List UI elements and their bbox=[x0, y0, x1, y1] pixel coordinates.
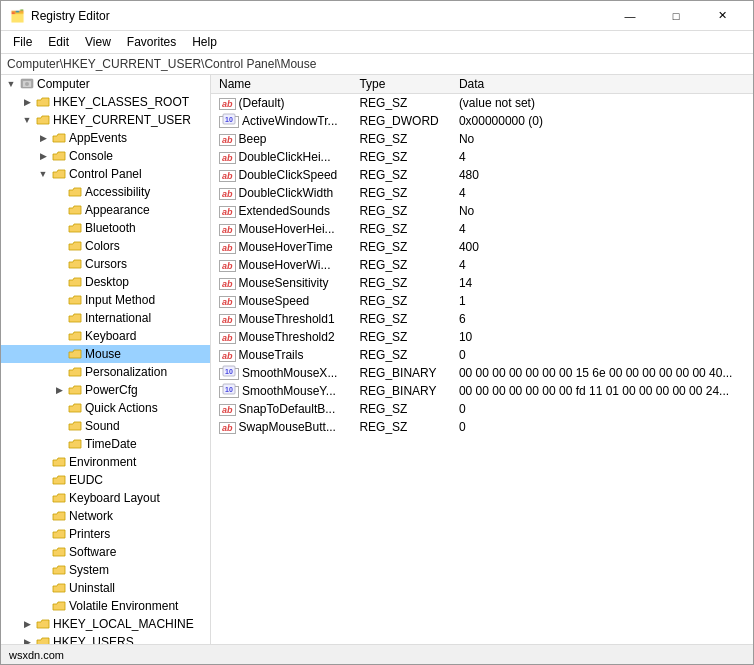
tree-item[interactable]: System bbox=[1, 561, 210, 579]
table-row[interactable]: abMouseHoverWi...REG_SZ4 bbox=[211, 256, 753, 274]
table-row[interactable]: abDoubleClickWidthREG_SZ4 bbox=[211, 184, 753, 202]
cell-type: REG_SZ bbox=[351, 328, 450, 346]
table-row[interactable]: abDoubleClickHei...REG_SZ4 bbox=[211, 148, 753, 166]
tree-toggle[interactable]: ▶ bbox=[51, 385, 67, 395]
table-row[interactable]: abMouseThreshold1REG_SZ6 bbox=[211, 310, 753, 328]
table-row[interactable]: abMouseSensitivityREG_SZ14 bbox=[211, 274, 753, 292]
tree-item[interactable]: ▶Console bbox=[1, 147, 210, 165]
tree-toggle[interactable]: ▶ bbox=[19, 637, 35, 644]
folder-icon bbox=[67, 276, 83, 288]
cell-name: abMouseThreshold1 bbox=[211, 310, 351, 328]
folder-icon bbox=[51, 546, 67, 558]
table-row[interactable]: abMouseTrailsREG_SZ0 bbox=[211, 346, 753, 364]
table-row[interactable]: abMouseHoverTimeREG_SZ400 bbox=[211, 238, 753, 256]
tree-toggle[interactable]: ▶ bbox=[35, 151, 51, 161]
table-row[interactable]: abDoubleClickSpeedREG_SZ480 bbox=[211, 166, 753, 184]
cell-type: REG_SZ bbox=[351, 166, 450, 184]
cell-data: 400 bbox=[451, 238, 753, 256]
table-row[interactable]: 10SmoothMouseY...REG_BINARY00 00 00 00 0… bbox=[211, 382, 753, 400]
tree-item[interactable]: Bluetooth bbox=[1, 219, 210, 237]
cell-data: 4 bbox=[451, 148, 753, 166]
tree-node-label: Appearance bbox=[85, 203, 150, 217]
tree-node-label: Keyboard Layout bbox=[69, 491, 160, 505]
tree-item[interactable]: EUDC bbox=[1, 471, 210, 489]
tree-item[interactable]: TimeDate bbox=[1, 435, 210, 453]
tree-item[interactable]: Keyboard bbox=[1, 327, 210, 345]
tree-item[interactable]: Uninstall bbox=[1, 579, 210, 597]
menu-item-file[interactable]: File bbox=[5, 33, 40, 51]
table-row[interactable]: abBeepREG_SZNo bbox=[211, 130, 753, 148]
menu-item-view[interactable]: View bbox=[77, 33, 119, 51]
maximize-button[interactable]: □ bbox=[653, 1, 699, 31]
tree-toggle[interactable]: ▶ bbox=[35, 133, 51, 143]
tree-item[interactable]: Software bbox=[1, 543, 210, 561]
tree-item[interactable]: Network bbox=[1, 507, 210, 525]
table-row[interactable]: abExtendedSoundsREG_SZNo bbox=[211, 202, 753, 220]
tree-node-label: Personalization bbox=[85, 365, 167, 379]
minimize-button[interactable]: — bbox=[607, 1, 653, 31]
table-row[interactable]: abMouseThreshold2REG_SZ10 bbox=[211, 328, 753, 346]
tree-item[interactable]: Sound bbox=[1, 417, 210, 435]
tree-item[interactable]: Cursors bbox=[1, 255, 210, 273]
table-row[interactable]: 10SmoothMouseX...REG_BINARY00 00 00 00 0… bbox=[211, 364, 753, 382]
tree-item[interactable]: Volatile Environment bbox=[1, 597, 210, 615]
cell-type: REG_SZ bbox=[351, 400, 450, 418]
tree-item[interactable]: Input Method bbox=[1, 291, 210, 309]
menu-item-edit[interactable]: Edit bbox=[40, 33, 77, 51]
tree-item[interactable]: Environment bbox=[1, 453, 210, 471]
tree-item[interactable]: Printers bbox=[1, 525, 210, 543]
tree-item[interactable]: Quick Actions bbox=[1, 399, 210, 417]
tree-node-label: Bluetooth bbox=[85, 221, 136, 235]
tree-item[interactable]: ▶HKEY_CLASSES_ROOT bbox=[1, 93, 210, 111]
table-row[interactable]: ab(Default)REG_SZ(value not set) bbox=[211, 94, 753, 112]
tree-toggle[interactable]: ▶ bbox=[19, 97, 35, 107]
tree-item[interactable]: ▼Control Panel bbox=[1, 165, 210, 183]
menu-item-favorites[interactable]: Favorites bbox=[119, 33, 184, 51]
tree-item[interactable]: International bbox=[1, 309, 210, 327]
tree-item[interactable]: ▼Computer bbox=[1, 75, 210, 93]
entry-name: SnapToDefaultB... bbox=[239, 402, 336, 416]
tree-node-label: System bbox=[69, 563, 109, 577]
tree-item[interactable]: Appearance bbox=[1, 201, 210, 219]
tree-item[interactable]: ▶PowerCfg bbox=[1, 381, 210, 399]
tree-node-label: Colors bbox=[85, 239, 120, 253]
folder-icon bbox=[67, 258, 83, 270]
svg-text:10: 10 bbox=[225, 116, 233, 123]
col-name[interactable]: Name bbox=[211, 75, 351, 94]
tree-item[interactable]: ▼HKEY_CURRENT_USER bbox=[1, 111, 210, 129]
tree-item[interactable]: Desktop bbox=[1, 273, 210, 291]
table-row[interactable]: abSwapMouseButt...REG_SZ0 bbox=[211, 418, 753, 436]
cell-data: 00 00 00 00 00 00 00 15 6e 00 00 00 00 0… bbox=[451, 364, 753, 382]
close-button[interactable]: ✕ bbox=[699, 1, 745, 31]
tree-toggle[interactable]: ▼ bbox=[19, 115, 35, 125]
tree-node-label: HKEY_LOCAL_MACHINE bbox=[53, 617, 194, 631]
table-row[interactable]: abMouseHoverHei...REG_SZ4 bbox=[211, 220, 753, 238]
cell-type: REG_SZ bbox=[351, 256, 450, 274]
table-row[interactable]: abMouseSpeedREG_SZ1 bbox=[211, 292, 753, 310]
table-row[interactable]: abSnapToDefaultB...REG_SZ0 bbox=[211, 400, 753, 418]
col-data[interactable]: Data bbox=[451, 75, 753, 94]
tree-toggle[interactable]: ▶ bbox=[19, 619, 35, 629]
col-type[interactable]: Type bbox=[351, 75, 450, 94]
tree-item[interactable]: Colors bbox=[1, 237, 210, 255]
tree-toggle[interactable]: ▼ bbox=[35, 169, 51, 179]
tree-toggle[interactable]: ▼ bbox=[3, 79, 19, 89]
tree-item[interactable]: Mouse bbox=[1, 345, 210, 363]
table-row[interactable]: 10ActiveWindowTr...REG_DWORD0x00000000 (… bbox=[211, 112, 753, 130]
ab-icon: ab bbox=[219, 314, 236, 326]
cell-data: 4 bbox=[451, 220, 753, 238]
cell-data: 4 bbox=[451, 256, 753, 274]
right-panel[interactable]: Name Type Data ab(Default)REG_SZ(value n… bbox=[211, 75, 753, 644]
tree-item[interactable]: ▶AppEvents bbox=[1, 129, 210, 147]
tree-node-label: Sound bbox=[85, 419, 120, 433]
tree-item[interactable]: Keyboard Layout bbox=[1, 489, 210, 507]
tree-panel[interactable]: ▼Computer▶HKEY_CLASSES_ROOT▼HKEY_CURRENT… bbox=[1, 75, 211, 644]
entry-name: MouseSensitivity bbox=[239, 276, 329, 290]
dword-icon: 10 bbox=[219, 116, 239, 128]
tree-item[interactable]: Personalization bbox=[1, 363, 210, 381]
tree-item[interactable]: ▶HKEY_LOCAL_MACHINE bbox=[1, 615, 210, 633]
cell-type: REG_SZ bbox=[351, 346, 450, 364]
menu-item-help[interactable]: Help bbox=[184, 33, 225, 51]
tree-item[interactable]: Accessibility bbox=[1, 183, 210, 201]
tree-item[interactable]: ▶HKEY_USERS bbox=[1, 633, 210, 644]
